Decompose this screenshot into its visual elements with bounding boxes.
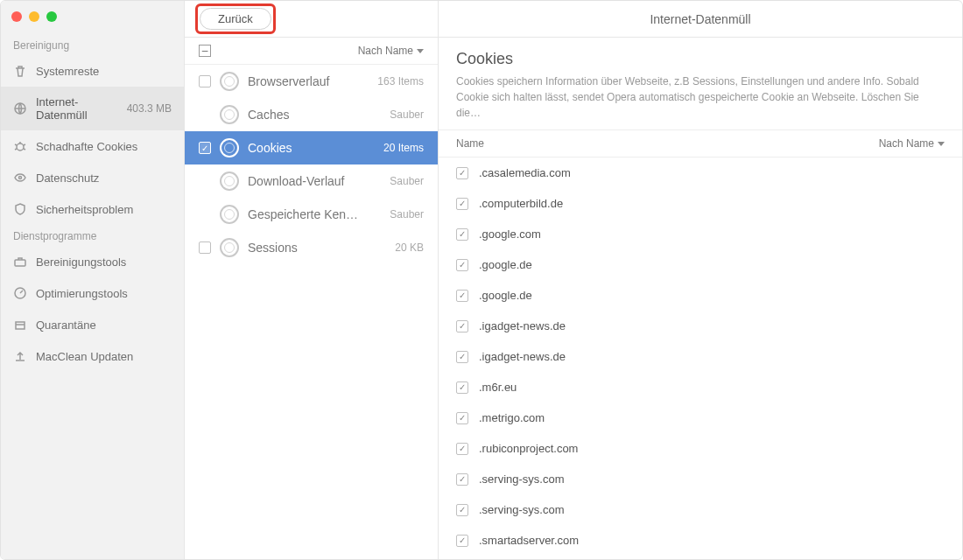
list-item[interactable]: .computerbild.de — [439, 188, 962, 219]
item-label: .casalemedia.com — [479, 166, 571, 179]
category-meta: Sauber — [390, 108, 424, 121]
category-label: Caches — [248, 108, 381, 122]
item-checkbox[interactable] — [456, 382, 468, 394]
category-label: Cookies — [248, 141, 375, 155]
item-checkbox[interactable] — [456, 167, 468, 179]
category-row[interactable]: Sessions20 KB — [185, 231, 438, 264]
browser-ring-icon — [220, 72, 239, 91]
list-item[interactable]: .google.com — [439, 219, 962, 249]
browser-ring-icon — [220, 238, 239, 257]
list-item[interactable]: .google.de — [439, 280, 962, 311]
sidebar-item-label: Optimierungstools — [36, 287, 172, 300]
detail-sort-dropdown[interactable]: Nach Name — [879, 137, 945, 150]
svg-point-1 — [17, 144, 24, 150]
close-icon[interactable] — [11, 11, 22, 22]
box-icon — [13, 318, 27, 332]
app-window: BereinigungSystemresteInternet-Datenmüll… — [0, 0, 963, 560]
back-button[interactable]: Zurück — [200, 8, 271, 30]
maximize-icon[interactable] — [46, 11, 57, 22]
list-item[interactable]: .smartadserver.com — [439, 525, 962, 556]
item-checkbox[interactable] — [456, 351, 468, 363]
item-label: .metrigo.com — [479, 411, 545, 424]
sidebar-item-label: Quarantäne — [36, 318, 172, 332]
detail-table-header: Name Nach Name — [439, 130, 962, 158]
category-row[interactable]: Browserverlauf163 Items — [185, 65, 438, 98]
category-pane: Zurück – Nach Name Browserverlauf163 Ite… — [185, 1, 439, 559]
sidebar-item-tools[interactable]: Bereinigungstools — [1, 246, 184, 277]
sidebar-item-update[interactable]: MacClean Updaten — [1, 340, 184, 372]
window-controls — [1, 1, 184, 34]
toolbox-icon — [13, 255, 27, 269]
sidebar-item-systemreste[interactable]: Systemreste — [1, 55, 184, 87]
sidebar-item-label: MacClean Updaten — [36, 350, 172, 363]
svg-rect-5 — [16, 322, 25, 329]
sidebar-item-label: Bereinigungstools — [36, 256, 172, 269]
item-checkbox[interactable] — [456, 259, 468, 271]
item-label: .google.com — [479, 228, 541, 241]
browser-ring-icon — [220, 205, 239, 224]
category-row[interactable]: CachesSauber — [185, 98, 438, 131]
item-checkbox[interactable] — [456, 290, 468, 302]
category-sort-label: Nach Name — [358, 45, 413, 57]
category-meta: 163 Items — [377, 75, 424, 88]
sidebar-item-datenschutz[interactable]: Datenschutz — [1, 162, 184, 193]
sidebar-item-optimize[interactable]: Optimierungstools — [1, 277, 184, 309]
list-item[interactable]: .metrigo.com — [439, 402, 962, 433]
list-item[interactable]: .serving-sys.com — [439, 464, 962, 494]
sidebar-item-quarantine[interactable]: Quarantäne — [1, 309, 184, 340]
detail-list[interactable]: .casalemedia.com.computerbild.de.google.… — [439, 158, 962, 559]
upload-icon — [13, 349, 27, 363]
item-label: .serving-sys.com — [479, 472, 565, 486]
collapse-all-button[interactable]: – — [199, 45, 211, 57]
category-meta: Sauber — [390, 175, 424, 187]
category-row[interactable]: Gespeicherte Ken…Sauber — [185, 198, 438, 231]
browser-ring-icon — [220, 105, 239, 124]
category-checkbox[interactable] — [199, 75, 211, 88]
shield-icon — [13, 202, 27, 216]
category-row[interactable]: Cookies20 Items — [185, 131, 438, 164]
globe-icon — [13, 102, 27, 116]
browser-ring-icon — [220, 172, 239, 191]
category-checkbox[interactable] — [199, 142, 211, 154]
item-checkbox[interactable] — [456, 198, 468, 210]
chevron-down-icon — [417, 49, 424, 53]
list-item[interactable]: .igadget-news.de — [439, 341, 962, 372]
item-checkbox[interactable] — [456, 412, 468, 424]
category-meta: Sauber — [390, 208, 424, 220]
list-item[interactable]: .m6r.eu — [439, 372, 962, 402]
svg-point-2 — [19, 177, 22, 179]
bug-icon — [13, 139, 27, 153]
category-row[interactable]: Download-VerlaufSauber — [185, 164, 438, 198]
column-name-label: Name — [456, 137, 484, 150]
category-label: Gespeicherte Ken… — [248, 207, 381, 221]
list-item[interactable]: .rubiconproject.com — [439, 433, 962, 464]
category-meta: 20 KB — [395, 242, 424, 254]
item-label: .serving-sys.com — [479, 503, 565, 516]
list-item[interactable]: .serving-sys.com — [439, 494, 962, 525]
list-item[interactable]: .casalemedia.com — [439, 158, 962, 188]
svg-rect-3 — [15, 260, 25, 266]
item-checkbox[interactable] — [456, 228, 468, 241]
item-checkbox[interactable] — [456, 443, 468, 455]
sidebar-item-internet[interactable]: Internet-Datenmüll403.3 MB — [1, 87, 184, 130]
item-label: .google.de — [479, 258, 532, 271]
category-checkbox[interactable] — [199, 242, 211, 254]
sidebar-section-title: Dienstprogramme — [1, 225, 184, 246]
category-label: Browserverlauf — [248, 74, 369, 88]
category-label: Sessions — [248, 241, 386, 255]
category-subheader: – Nach Name — [185, 38, 438, 65]
item-checkbox[interactable] — [456, 504, 468, 516]
list-item[interactable]: .igadget-news.de — [439, 311, 962, 341]
item-checkbox[interactable] — [456, 320, 468, 332]
sidebar-item-sicherheit[interactable]: Sicherheitsproblem — [1, 193, 184, 225]
sidebar-item-cookies[interactable]: Schadhafte Cookies — [1, 130, 184, 162]
minimize-icon[interactable] — [29, 11, 39, 22]
sidebar: BereinigungSystemresteInternet-Datenmüll… — [1, 1, 185, 559]
item-checkbox[interactable] — [456, 473, 468, 486]
detail-heading: Cookies — [456, 50, 945, 68]
list-item[interactable]: .google.de — [439, 249, 962, 280]
item-checkbox[interactable] — [456, 535, 468, 547]
sidebar-item-label: Internet-Datenmüll — [36, 95, 118, 122]
sidebar-item-label: Systemreste — [36, 65, 172, 78]
category-sort-dropdown[interactable]: Nach Name — [358, 45, 424, 57]
